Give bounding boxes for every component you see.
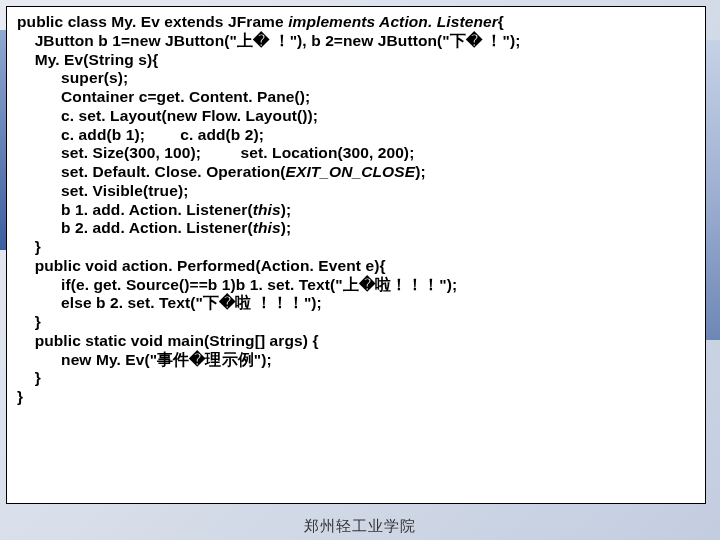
footer-text: 郑州轻工业学院	[0, 517, 720, 536]
slide-stage: public class My. Ev extends JFrame imple…	[0, 0, 720, 540]
code-line-1a: public class My. Ev extends JFrame	[17, 13, 288, 30]
code-line-17: }	[17, 313, 41, 330]
code-line-14: public void action. Performed(Action. Ev…	[17, 257, 386, 274]
code-block: public class My. Ev extends JFrame imple…	[17, 13, 695, 407]
code-line-8: set. Size(300, 100); set. Location(300, …	[17, 144, 414, 161]
code-line-6: c. set. Layout(new Flow. Layout());	[17, 107, 318, 124]
code-box: public class My. Ev extends JFrame imple…	[6, 6, 706, 504]
code-line-5: Container c=get. Content. Pane();	[17, 88, 310, 105]
code-line-1c: {	[498, 13, 504, 30]
code-line-18: public static void main(String[] args) {	[17, 332, 319, 349]
code-line-21: }	[17, 388, 23, 405]
code-line-7: c. add(b 1); c. add(b 2);	[17, 126, 264, 143]
code-line-16: else b 2. set. Text("下�啦 ！！！");	[17, 294, 322, 311]
code-line-20: }	[17, 369, 41, 386]
code-line-12a: b 2. add. Action. Listener(	[17, 219, 253, 236]
code-line-10: set. Visible(true);	[17, 182, 188, 199]
code-line-15: if(e. get. Source()==b 1)b 1. set. Text(…	[17, 276, 457, 293]
code-line-1b: implements Action. Listener	[288, 13, 498, 30]
code-line-12b: this	[253, 219, 281, 236]
code-line-11a: b 1. add. Action. Listener(	[17, 201, 253, 218]
code-line-9c: );	[415, 163, 426, 180]
code-line-19: new My. Ev("事件�理示例");	[17, 351, 272, 368]
code-line-4: super(s);	[17, 69, 128, 86]
code-line-12c: );	[281, 219, 292, 236]
code-line-2: JButton b 1=new JButton("上� ！"), b 2=new…	[17, 32, 520, 49]
code-line-11c: );	[281, 201, 292, 218]
code-line-11b: this	[253, 201, 281, 218]
code-line-13: }	[17, 238, 41, 255]
code-line-9a: set. Default. Close. Operation(	[17, 163, 286, 180]
code-line-9b: EXIT_ON_CLOSE	[286, 163, 416, 180]
code-line-3: My. Ev(String s){	[17, 51, 158, 68]
